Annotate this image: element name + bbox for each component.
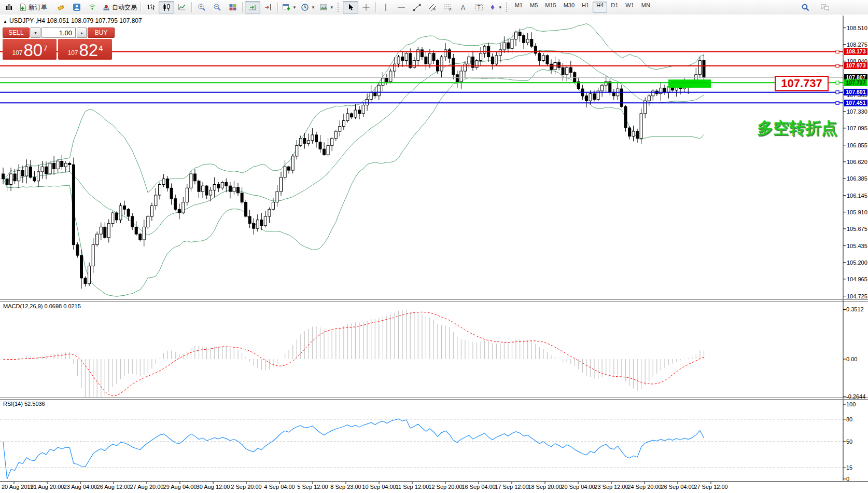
- date-axis-label: 5 Sep 12:00: [297, 484, 328, 490]
- fibonacci-button[interactable]: F: [440, 1, 456, 13]
- price-line-label[interactable]: 107.973: [844, 62, 867, 69]
- new-chart-icon: [282, 3, 290, 11]
- sell-button[interactable]: SELL: [3, 28, 30, 38]
- templates-button[interactable]: ▼: [317, 1, 336, 13]
- zoom-in-button[interactable]: [194, 1, 209, 13]
- autotrading-button[interactable]: 自动交易: [100, 1, 139, 13]
- search-button[interactable]: [797, 1, 813, 13]
- rsi-axis-tick: 0: [846, 476, 849, 482]
- macd-axis-tick: -0.2644: [846, 393, 865, 400]
- sell-price-sup: 7: [43, 44, 47, 52]
- price-axis-tick: 105.675: [847, 226, 867, 232]
- toolbar-grip[interactable]: [506, 3, 510, 12]
- equidistant-channel-icon: E: [428, 3, 437, 11]
- vertical-line-button[interactable]: [378, 1, 394, 13]
- dropdown-arrow-icon: ▼: [292, 5, 297, 10]
- timeframe-button-MN[interactable]: MN: [638, 2, 654, 13]
- new-chart-button[interactable]: ▼: [280, 1, 299, 13]
- rsi-axis-tick: 50: [846, 439, 852, 445]
- signals-button[interactable]: [85, 1, 100, 13]
- fibonacci-icon: F: [444, 3, 452, 11]
- date-axis-label: 27 Aug 20:00: [130, 484, 164, 490]
- text-button[interactable]: A: [456, 1, 471, 13]
- sell-price-plate[interactable]: 107807: [3, 39, 57, 60]
- separator: [242, 2, 243, 12]
- crosshair-button[interactable]: [358, 1, 374, 13]
- line-chart-button[interactable]: [174, 1, 190, 13]
- hline-marker[interactable]: [836, 81, 839, 84]
- app-chart-icon[interactable]: [1, 1, 17, 13]
- chart-annotation-text[interactable]: 多空转折点: [757, 117, 837, 139]
- zoom-in-icon: [198, 3, 206, 11]
- rsi-value: 52.5036: [24, 401, 45, 407]
- symbol-title-text: USDJPY-,H4 108.051 108.079 107.795 107.8…: [9, 17, 142, 24]
- community-button[interactable]: [69, 1, 85, 13]
- price-axis-tick: 107.330: [847, 108, 867, 115]
- volume-up-button[interactable]: ▲: [77, 28, 87, 38]
- sell-price-prefix: 107: [12, 49, 22, 57]
- arrows-button[interactable]: ▼: [487, 1, 505, 13]
- buy-button[interactable]: BUY: [88, 28, 115, 38]
- new-order-label: 新订单: [29, 3, 47, 12]
- price-axis-tick: 105.910: [847, 209, 867, 215]
- date-axis-label: 23 Sep 12:00: [594, 484, 628, 490]
- separator: [141, 2, 142, 12]
- cursor-button[interactable]: [343, 1, 358, 13]
- channel-button[interactable]: E: [425, 1, 440, 13]
- collapse-triangle-icon[interactable]: ▲: [3, 19, 7, 24]
- horizontal-line-button[interactable]: [394, 1, 409, 13]
- dropdown-arrow-icon: ▼: [311, 5, 315, 10]
- text-label-button[interactable]: T: [471, 1, 487, 13]
- arrows-icon: [489, 3, 496, 11]
- new-order-button[interactable]: 新订单: [17, 1, 49, 13]
- date-axis-label: 12 Sep 20:00: [428, 484, 462, 490]
- price-line-label[interactable]: 107.451: [844, 100, 867, 106]
- hline-marker[interactable]: [836, 50, 839, 53]
- autoscroll-button[interactable]: [245, 1, 260, 13]
- candlestick-button[interactable]: [159, 1, 174, 13]
- shift-chart-button[interactable]: [260, 1, 276, 13]
- timeframe-button-M30[interactable]: M30: [560, 2, 578, 13]
- periods-button[interactable]: ▼: [299, 1, 317, 13]
- timeframe-button-M1[interactable]: M1: [511, 2, 526, 13]
- rsi-label: RSI(14) 52.5036: [3, 401, 45, 407]
- new-order-icon: [19, 3, 27, 11]
- price-line-label[interactable]: 108.173: [844, 48, 867, 55]
- date-axis-label: 8 Sep 23:00: [330, 484, 361, 490]
- trendline-button[interactable]: [409, 1, 425, 13]
- price-line-label[interactable]: 107.737: [844, 79, 867, 86]
- rsi-axis-tick: 15: [846, 464, 852, 471]
- svg-text:T: T: [477, 5, 480, 10]
- date-axis-label: 10 Sep 04:00: [362, 484, 396, 490]
- timeframe-button-M5[interactable]: M5: [526, 2, 541, 13]
- buy-price-plate[interactable]: 107824: [58, 39, 112, 60]
- date-axis-label: 2 Sep 20:00: [231, 484, 261, 490]
- hline-marker[interactable]: [836, 101, 839, 104]
- price-line-label[interactable]: 107.601: [844, 89, 867, 95]
- big-price-callout[interactable]: 107.737: [775, 76, 829, 91]
- separator: [277, 2, 278, 12]
- tile-windows-button[interactable]: [225, 1, 241, 13]
- volume-input[interactable]: 1.00: [41, 28, 76, 38]
- person-icon: [73, 3, 81, 11]
- date-axis-label: 29 Aug 04:00: [163, 484, 197, 490]
- main-chart-plot[interactable]: [0, 15, 868, 493]
- timeframe-button-M15[interactable]: M15: [541, 2, 559, 13]
- trendline-icon: [413, 3, 421, 11]
- cursor-icon: [346, 3, 355, 11]
- buy-price-prefix: 107: [67, 49, 78, 57]
- chat-button[interactable]: [817, 1, 833, 13]
- timeframe-button-D1[interactable]: D1: [607, 2, 622, 13]
- green-zone-rectangle[interactable]: [668, 79, 711, 88]
- bar-chart-button[interactable]: [143, 1, 159, 13]
- timeframe-button-H4[interactable]: H4: [593, 2, 607, 13]
- highlighter-button[interactable]: [53, 1, 69, 13]
- volume-down-button[interactable]: ▼: [31, 28, 40, 38]
- hline-marker[interactable]: [836, 91, 839, 94]
- toolbar-grip[interactable]: [338, 3, 341, 12]
- hline-marker[interactable]: [836, 64, 839, 67]
- signal-icon: [88, 3, 96, 11]
- zoom-out-button[interactable]: [209, 1, 225, 13]
- timeframe-button-W1[interactable]: W1: [622, 2, 638, 13]
- timeframe-button-H1[interactable]: H1: [578, 2, 593, 13]
